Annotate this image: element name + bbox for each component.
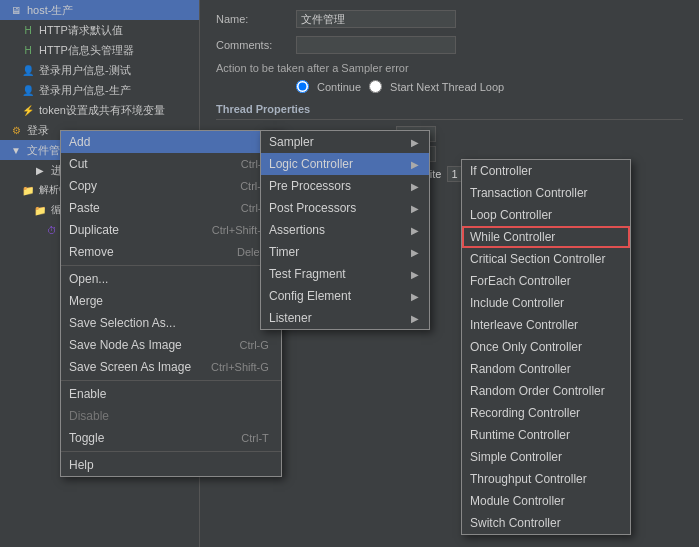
comments-input[interactable] bbox=[296, 36, 456, 54]
menu-label-help: Help bbox=[69, 458, 94, 472]
http-defaults-icon: H bbox=[20, 22, 36, 38]
tree-item-login-prod[interactable]: 👤 登录用户信息-生产 bbox=[0, 80, 199, 100]
submenu-item-logic-controller[interactable]: Logic Controller ▶ bbox=[261, 153, 429, 175]
submenu-item-pre-processors[interactable]: Pre Processors ▶ bbox=[261, 175, 429, 197]
submenu-label-if-controller: If Controller bbox=[470, 164, 532, 178]
menu-item-save-selection[interactable]: Save Selection As... bbox=[61, 312, 281, 334]
submenu-label-switch-controller: Switch Controller bbox=[470, 516, 561, 530]
menu-label-save-screen: Save Screen As Image bbox=[69, 360, 191, 374]
toggle-shortcut: Ctrl-T bbox=[241, 432, 269, 444]
start-next-label: Start Next Thread Loop bbox=[390, 81, 504, 93]
submenu-item-if-controller[interactable]: If Controller bbox=[462, 160, 630, 182]
submenu-item-post-processors[interactable]: Post Processors ▶ bbox=[261, 197, 429, 219]
submenu-item-transaction-controller[interactable]: Transaction Controller bbox=[462, 182, 630, 204]
submenu-item-once-only-controller[interactable]: Once Only Controller bbox=[462, 336, 630, 358]
menu-item-copy[interactable]: Copy Ctrl-C bbox=[61, 175, 281, 197]
menu-label-copy: Copy bbox=[69, 179, 97, 193]
user-test-icon: 👤 bbox=[20, 62, 36, 78]
submenu-item-include-controller[interactable]: Include Controller bbox=[462, 292, 630, 314]
tree-item-http-headers[interactable]: H HTTP信息头管理器 bbox=[0, 40, 199, 60]
submenu-item-listener[interactable]: Listener ▶ bbox=[261, 307, 429, 329]
submenu-item-simple-controller[interactable]: Simple Controller bbox=[462, 446, 630, 468]
name-label: Name: bbox=[216, 13, 296, 25]
submenu-item-random-controller[interactable]: Random Controller bbox=[462, 358, 630, 380]
save-node-shortcut: Ctrl-G bbox=[240, 339, 269, 351]
menu-item-enable[interactable]: Enable bbox=[61, 383, 281, 405]
menu-item-toggle[interactable]: Toggle Ctrl-T bbox=[61, 427, 281, 449]
submenu-label-recording-controller: Recording Controller bbox=[470, 406, 580, 420]
submenu-label-module-controller: Module Controller bbox=[470, 494, 565, 508]
menu-label-toggle: Toggle bbox=[69, 431, 104, 445]
submenu-item-interleave-controller[interactable]: Interleave Controller bbox=[462, 314, 630, 336]
menu-item-help[interactable]: Help bbox=[61, 454, 281, 476]
submenu-label-runtime-controller: Runtime Controller bbox=[470, 428, 570, 442]
tree-label-http-defaults: HTTP请求默认值 bbox=[39, 23, 123, 38]
comments-label: Comments: bbox=[216, 39, 296, 51]
tree-label-token: token设置成共有环境变量 bbox=[39, 103, 165, 118]
menu-item-remove[interactable]: Remove Delete bbox=[61, 241, 281, 263]
menu-label-duplicate: Duplicate bbox=[69, 223, 119, 237]
menu-item-duplicate[interactable]: Duplicate Ctrl+Shift-C bbox=[61, 219, 281, 241]
menu-item-open[interactable]: Open... bbox=[61, 268, 281, 290]
submenu-item-runtime-controller[interactable]: Runtime Controller bbox=[462, 424, 630, 446]
menu-label-cut: Cut bbox=[69, 157, 88, 171]
host-icon: 🖥 bbox=[8, 2, 24, 18]
timer-icon: ⏱ bbox=[44, 222, 60, 238]
submenu-label-loop-controller: Loop Controller bbox=[470, 208, 552, 222]
submenu-label-while-controller: While Controller bbox=[470, 230, 555, 244]
menu-label-disable: Disable bbox=[69, 409, 109, 423]
submenu-label-test-fragment: Test Fragment bbox=[269, 267, 346, 281]
tree-item-token[interactable]: ⚡ token设置成共有环境变量 bbox=[0, 100, 199, 120]
submenu-label-random-controller: Random Controller bbox=[470, 362, 571, 376]
tree-label-login-test: 登录用户信息-测试 bbox=[39, 63, 131, 78]
submenu-item-test-fragment[interactable]: Test Fragment ▶ bbox=[261, 263, 429, 285]
menu-item-save-node[interactable]: Save Node As Image Ctrl-G bbox=[61, 334, 281, 356]
filemgr-icon: ▼ bbox=[8, 142, 24, 158]
start-next-radio[interactable] bbox=[369, 80, 382, 93]
tree-label-host-prod: host-生产 bbox=[27, 3, 73, 18]
menu-item-merge[interactable]: Merge bbox=[61, 290, 281, 312]
submenu-item-while-controller[interactable]: While Controller bbox=[462, 226, 630, 248]
name-input[interactable] bbox=[296, 10, 456, 28]
menu-item-cut[interactable]: Cut Ctrl-X bbox=[61, 153, 281, 175]
submenu-item-critical-section[interactable]: Critical Section Controller bbox=[462, 248, 630, 270]
tree-item-login-test[interactable]: 👤 登录用户信息-测试 bbox=[0, 60, 199, 80]
submenu-item-foreach-controller[interactable]: ForEach Controller bbox=[462, 270, 630, 292]
parse-icon: 📁 bbox=[20, 182, 36, 198]
submenu-item-module-controller[interactable]: Module Controller bbox=[462, 490, 630, 512]
submenu-label-foreach-controller: ForEach Controller bbox=[470, 274, 571, 288]
submenu-item-assertions[interactable]: Assertions ▶ bbox=[261, 219, 429, 241]
menu-item-paste[interactable]: Paste Ctrl-V bbox=[61, 197, 281, 219]
config-arrow-icon: ▶ bbox=[411, 291, 419, 302]
submenu-item-config-element[interactable]: Config Element ▶ bbox=[261, 285, 429, 307]
submenu-item-throughput-controller[interactable]: Throughput Controller bbox=[462, 468, 630, 490]
menu-item-add[interactable]: Add ▶ bbox=[61, 131, 281, 153]
submenu-label-timer: Timer bbox=[269, 245, 299, 259]
menu-label-open: Open... bbox=[69, 272, 108, 286]
timer-arrow-icon: ▶ bbox=[411, 247, 419, 258]
menu-label-save-node: Save Node As Image bbox=[69, 338, 182, 352]
post-arrow-icon: ▶ bbox=[411, 203, 419, 214]
submenu-item-loop-controller[interactable]: Loop Controller bbox=[462, 204, 630, 226]
submenu-item-timer[interactable]: Timer ▶ bbox=[261, 241, 429, 263]
menu-item-disable: Disable bbox=[61, 405, 281, 427]
context-menu-overlay: Add ▶ Cut Ctrl-X Copy Ctrl-C Paste Ctrl-… bbox=[60, 130, 282, 477]
submenu-item-sampler[interactable]: Sampler ▶ bbox=[261, 131, 429, 153]
submenu-item-recording-controller[interactable]: Recording Controller bbox=[462, 402, 630, 424]
submenu-label-transaction-controller: Transaction Controller bbox=[470, 186, 588, 200]
continue-radio[interactable] bbox=[296, 80, 309, 93]
tree-item-http-defaults[interactable]: H HTTP请求默认值 bbox=[0, 20, 199, 40]
thread-props-header: Thread Properties bbox=[216, 99, 683, 120]
sampler-arrow-icon: ▶ bbox=[411, 137, 419, 148]
submenu-label-critical-section: Critical Section Controller bbox=[470, 252, 605, 266]
submenu-label-logic-controller: Logic Controller bbox=[269, 157, 353, 171]
tree-item-host-prod[interactable]: 🖥 host-生产 bbox=[0, 0, 199, 20]
submenu-label-pre-processors: Pre Processors bbox=[269, 179, 351, 193]
add-submenu: Sampler ▶ Logic Controller ▶ Pre Process… bbox=[260, 130, 430, 330]
listener-arrow-icon: ▶ bbox=[411, 313, 419, 324]
token-icon: ⚡ bbox=[20, 102, 36, 118]
user-prod-icon: 👤 bbox=[20, 82, 36, 98]
submenu-item-switch-controller[interactable]: Switch Controller bbox=[462, 512, 630, 534]
menu-item-save-screen[interactable]: Save Screen As Image Ctrl+Shift-G bbox=[61, 356, 281, 378]
submenu-item-random-order-controller[interactable]: Random Order Controller bbox=[462, 380, 630, 402]
